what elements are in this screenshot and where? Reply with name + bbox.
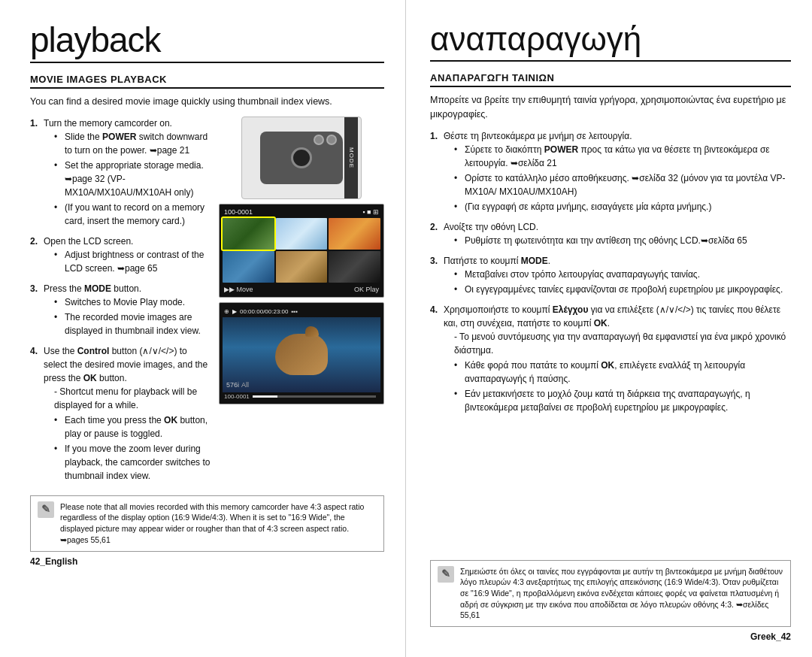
step-2-num: 2.: [30, 235, 41, 277]
step-2-bullet-1: • Adjust brightness or contrast of the L…: [54, 248, 211, 275]
footer-right: Greek_42: [430, 631, 791, 642]
screen-header: 100-0001 ▪ ■ ⊞: [223, 207, 380, 218]
camcorder-lens: [291, 147, 312, 168]
page-number-greek: Greek_42: [750, 631, 791, 642]
screen-play: OK Play: [354, 286, 379, 293]
step-4-num: 4.: [30, 344, 41, 484]
section-heading-greek: ΑΝΑΠΑΡΑΓΩΓΗ ΤΑΙΝΙΩΝ: [430, 72, 791, 87]
gr-step-4-b2: • Εάν μετακινήσετε το μοχλό ζουμ κατά τη…: [454, 387, 791, 414]
step-2-content: Open the LCD screen. • Adjust brightness…: [44, 235, 211, 277]
images-column-left: MODE 100-0001 ▪ ■ ⊞: [219, 117, 384, 404]
mode-label: MODE: [344, 117, 358, 198]
thumb-6: [329, 251, 380, 283]
step-3-content: Press the MODE button. • Switches to Mov…: [44, 282, 211, 339]
step-2-main: Open the LCD screen.: [44, 236, 133, 247]
step-3-num: 3.: [30, 282, 41, 339]
step-3-bullet-1: • Switches to Movie Play mode.: [54, 295, 211, 309]
gr-step-2-main: Ανοίξτε την οθόνη LCD.: [444, 222, 538, 232]
gr-step-4: 4. Χρησιμοποιήστε το κουμπί Ελέγχου για …: [430, 303, 791, 416]
footer-left: 42_English: [30, 556, 384, 567]
play-quality: 576i: [226, 381, 239, 389]
gr-step-1: 1. Θέστε τη βιντεοκάμερα με μνήμη σε λει…: [430, 129, 791, 215]
play-bottom-row: 100-0001: [223, 392, 380, 401]
gr-step-1-b2: • Ορίστε το κατάλληλο μέσο αποθήκευσης. …: [454, 171, 791, 198]
step-4-dash: - Shortcut menu for playback will be dis…: [54, 385, 211, 412]
note-text-greek: Σημειώστε ότι όλες οι ταινίες που εγγράφ…: [460, 566, 783, 621]
gr-step-3-content: Πατήστε το κουμπί MODE. • Μεταβαίνει στο…: [444, 254, 791, 298]
step-1: 1. Turn the memory camcorder on. • Slide…: [30, 117, 211, 229]
step-3: 3. Press the MODE button. • Switches to …: [30, 282, 211, 339]
screen-icons: ▪ ■ ⊞: [362, 208, 379, 216]
step-1-main: Turn the memory camcorder on.: [44, 118, 172, 129]
cam-button-1: [314, 135, 324, 145]
gr-step-2-content: Ανοίξτε την οθόνη LCD. • Ρυθμίστε τη φωτ…: [444, 220, 791, 249]
play-icon: ⊕: [224, 308, 229, 315]
section-heading-english: MOVIE IMAGES PLAYBACK: [30, 74, 384, 89]
animal-head: [305, 326, 319, 337]
step-1-num: 1.: [30, 117, 41, 229]
thumb-4: [223, 251, 274, 283]
thumbnail-grid: [223, 218, 380, 283]
thumbnail-screen: 100-0001 ▪ ■ ⊞ ▶▶ Move OK Play: [219, 204, 384, 298]
play-progress-fill: [253, 395, 277, 398]
gr-step-3-b2: • Οι εγγεγραμμένες ταινίες εμφανίζονται …: [454, 283, 791, 296]
gr-step-4-main: Χρησιμοποιήστε το κουμπί Ελέγχου για να …: [444, 304, 780, 328]
cam-button-2: [326, 135, 337, 145]
step-4-bullet-1: • Each time you press the OK button, pla…: [54, 413, 211, 441]
screen-code: 100-0001: [224, 208, 253, 216]
intro-text-greek: Μπορείτε να βρείτε την επιθυμητή ταινία …: [430, 93, 791, 122]
play-timecode: 00:00:00/00:23:00: [240, 308, 289, 315]
play-screen-body: 576i All: [223, 317, 380, 392]
page-title-english: playback: [30, 23, 384, 63]
gr-step-3-b1: • Μεταβαίνει στον τρόπο λειτουργίας αναπ…: [454, 268, 791, 281]
gr-step-4-content: Χρησιμοποιήστε το κουμπί Ελέγχου για να …: [444, 303, 791, 416]
page-title-greek: αναπαραγωγή: [430, 23, 791, 62]
step-1-content: Turn the memory camcorder on. • Slide th…: [44, 117, 211, 229]
gr-step-1-main: Θέστε τη βιντεοκάμερα με μνήμη σε λειτου…: [444, 131, 632, 141]
step-2: 2. Open the LCD screen. • Adjust brightn…: [30, 235, 211, 277]
play-battery: ▪▪▪: [292, 308, 298, 315]
steps-english: 1. Turn the memory camcorder on. • Slide…: [30, 117, 211, 489]
note-icon-gr: ✎: [438, 566, 454, 583]
play-progress-bar: [253, 395, 376, 398]
step-3-bullet-2: • The recorded movie images are displaye…: [54, 310, 211, 338]
steps-greek: 1. Θέστε τη βιντεοκάμερα με μνήμη σε λει…: [430, 129, 791, 554]
step-1-bullet-2: • Set the appropriate storage media. ➥pa…: [54, 159, 211, 199]
gr-step-1-content: Θέστε τη βιντεοκάμερα με μνήμη σε λειτου…: [444, 129, 791, 215]
playback-screen: ⊕ ▶ 00:00:00/00:23:00 ▪▪▪ 576i All: [219, 302, 384, 404]
camcorder-image: MODE: [241, 117, 362, 199]
thumb-3: [329, 218, 380, 250]
step-4-main: Use the Control button (∧/∨/</>) to sele…: [44, 346, 208, 383]
gr-step-1-num: 1.: [430, 129, 441, 215]
gr-step-3: 3. Πατήστε το κουμπί MODE. • Μεταβαίνει …: [430, 254, 791, 298]
play-controls-bar: ⊕ ▶ 00:00:00/00:23:00 ▪▪▪: [223, 306, 380, 317]
gr-step-4-num: 4.: [430, 303, 441, 416]
thumb-1: [223, 218, 274, 250]
camcorder-body: [260, 132, 343, 184]
step-1-bullet-3: • (If you want to record on a memory car…: [54, 201, 211, 228]
step-1-bullet-1: • Slide the POWER switch downward to tur…: [54, 130, 211, 157]
note-box-greek: ✎ Σημειώστε ότι όλες οι ταινίες που εγγρ…: [430, 560, 791, 627]
playback-animal: [275, 334, 328, 375]
screen-footer: ▶▶ Move OK Play: [223, 285, 380, 294]
page-number-english: 42_English: [30, 556, 77, 567]
gr-step-2: 2. Ανοίξτε την οθόνη LCD. • Ρυθμίστε τη …: [430, 220, 791, 249]
note-text-english: Please note that all movies recorded wit…: [60, 501, 377, 546]
page-container: playback MOVIE IMAGES PLAYBACK You can f…: [0, 0, 812, 657]
thumb-5: [276, 251, 328, 283]
note-box-english: ✎ Please note that all movies recorded w…: [30, 495, 384, 552]
gr-step-1-b1: • Σύρετε το διακόπτη POWER προς τα κάτω …: [454, 143, 791, 170]
note-icon: ✎: [38, 501, 54, 518]
gr-step-4-dash: - Το μενού συντόμευσης για την αναπαραγω…: [454, 330, 791, 357]
left-column: playback MOVIE IMAGES PLAYBACK You can f…: [0, 0, 406, 657]
intro-text-english: You can find a desired movie image quick…: [30, 95, 384, 109]
gr-step-4-b1: • Κάθε φορά που πατάτε το κουμπί OK, επι…: [454, 359, 791, 386]
step-4-content: Use the Control button (∧/∨/</>) to sele…: [44, 344, 211, 484]
gr-step-1-b3: • (Για εγγραφή σε κάρτα μνήμης, εισαγάγε…: [454, 200, 791, 213]
play-btn: ▶: [232, 308, 237, 315]
right-column: αναπαραγωγή ΑΝΑΠΑΡΑΓΩΓΗ ΤΑΙΝΙΩΝ Μπορείτε…: [406, 0, 812, 657]
gr-step-3-num: 3.: [430, 254, 441, 298]
play-all: All: [241, 381, 249, 389]
play-file-code: 100-0001: [224, 393, 250, 400]
thumb-2: [276, 218, 328, 250]
